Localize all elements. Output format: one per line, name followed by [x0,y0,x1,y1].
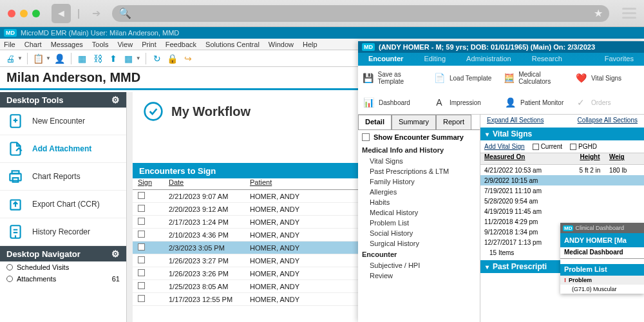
close-icon[interactable] [8,10,15,17]
minimize-icon[interactable] [20,10,28,17]
ribbon-dashboard[interactable]: 📊Dashboard [358,90,429,115]
ribbon-vital-signs[interactable]: ❤️Vital Signs [571,66,641,90]
nav-scheduled-visits[interactable]: Scheduled Visits [0,261,126,273]
checkbox-icon[interactable] [138,269,145,276]
add-vital-sign-link[interactable]: Add Vital Sign [484,143,525,150]
checkbox-icon[interactable] [362,133,370,141]
detail-tab-report[interactable]: Report [436,115,471,129]
menu-chart[interactable]: Chart [24,41,42,48]
sidebar-scrollbar[interactable] [126,92,133,322]
detail-tab-summary[interactable]: Summary [392,115,436,129]
vital-sign-row[interactable]: 4/19/2019 11:45 am [480,206,644,216]
ribbon-medical-calculators[interactable]: 🧮Medical Calculators [500,66,571,90]
mh-social-history[interactable]: Social History [358,228,480,238]
calendar-icon[interactable]: ▦ [76,52,89,65]
refresh-icon[interactable]: ↻ [151,52,164,65]
mh-medical-history[interactable]: Medical History [358,207,480,218]
url-bar[interactable]: 🔍 ★ [112,5,609,22]
nav-attachments[interactable]: Attachments61 [0,273,126,285]
tab-editing[interactable]: Editing [413,53,456,66]
checkbox-icon[interactable] [138,256,145,263]
menu-feedback[interactable]: Feedback [166,41,196,48]
tool-new-encounter[interactable]: New Encounter [0,108,126,135]
ribbon-patient-monitor[interactable]: 👤Patient Monitor [500,90,571,115]
mh-allergies[interactable]: Allergies [358,187,480,197]
menu-tools[interactable]: Tools [92,41,109,48]
vital-sign-row[interactable]: 7/19/2021 11:10 am [480,185,644,196]
alert-icon: ! [564,277,566,283]
ribbon-impression[interactable]: AImpression [429,90,500,115]
ribbon-load-template[interactable]: 📄Load Template [429,66,500,90]
lock-icon[interactable]: 🔒 [166,52,179,65]
upload-icon[interactable]: ⬆ [107,52,120,65]
tab-encounter[interactable]: Encounter [358,53,413,66]
pghd-checkbox[interactable]: PGHD [570,143,597,150]
ribbon-orders[interactable]: ✓Orders [571,90,641,115]
menu-file[interactable]: File [4,41,15,48]
patient-body: DetailSummaryReport Show Encounter Summa… [358,115,644,322]
detail-tab-detail[interactable]: Detail [358,115,392,129]
tool-export-chart-ccr-[interactable]: Export Chart (CCR) [0,191,126,218]
mh-past-prescriptions-ltm[interactable]: Past Prescriptions & LTM [358,166,480,176]
current-checkbox[interactable]: Current [533,143,562,150]
app-badge: MD [362,43,375,51]
checkbox-icon[interactable] [138,295,145,302]
tool-history-recorder[interactable]: History Recorder [0,218,126,246]
checkbox-icon[interactable] [138,243,145,251]
vital-sign-row[interactable]: 5/28/2020 9:54 am [480,196,644,206]
menu-messages[interactable]: Messages [51,41,83,48]
tool-icon [6,167,24,185]
forward-button[interactable]: ➔ [86,4,106,23]
vital-signs-section-header[interactable]: ▾ Vital Signs [480,128,644,140]
checkbox-icon[interactable] [138,218,145,225]
ribbon-icon: 🧮 [504,71,515,84]
checkbox-icon[interactable] [138,282,145,289]
mh-vital-signs[interactable]: Vital Signs [358,156,480,166]
menu-view[interactable]: View [117,41,133,48]
back-button[interactable]: ◄ [52,4,71,23]
detail-panel: DetailSummaryReport Show Encounter Summa… [358,115,480,322]
menu-icon[interactable] [622,8,636,19]
gear-icon[interactable]: ⚙ [111,249,120,259]
menu-solutions-central[interactable]: Solutions Central [205,41,260,48]
checkbox-icon[interactable] [138,205,145,212]
svg-rect-2 [12,171,19,173]
menu-help[interactable]: Help [303,41,317,48]
tab-favorites[interactable]: Favorites [594,53,644,66]
print-icon[interactable]: 🖨 [4,52,17,65]
tab-research[interactable]: Research [522,53,573,66]
doc-icon[interactable]: ▦ [122,52,135,65]
checkbox-icon[interactable] [138,192,145,199]
vital-sign-row[interactable]: 2/9/2022 10:15 am [480,175,644,185]
mh-problem-list[interactable]: Problem List [358,218,480,228]
mh-family-history[interactable]: Family History [358,176,480,187]
vital-sign-row[interactable]: 4/21/2022 10:53 am5 ft 2 in180 lb [480,165,644,175]
clipboard-icon[interactable]: 📋 [32,52,45,65]
ribbon-icon: ✓ [574,96,587,109]
collapse-all-link[interactable]: Collapse All Sections [578,117,638,126]
menu-window[interactable]: Window [269,41,294,48]
show-encounter-toggle[interactable]: Show Encounter Summary [358,130,480,144]
mh-habits[interactable]: Habits [358,197,480,207]
search-icon: 🔍 [118,7,131,19]
medical-dashboard-tab[interactable]: Medical Dashboard [560,247,644,259]
maximize-icon[interactable] [32,10,40,17]
enc-subjective-hpi[interactable]: Subjective / HPI [358,260,480,270]
expand-all-link[interactable]: Expand All Sections [487,117,544,126]
menu-print[interactable]: Print [142,41,156,48]
mh-surgical-history[interactable]: Surgical History [358,238,480,249]
problem-row[interactable]: (G71.0) Muscular [560,285,644,294]
user-icon[interactable]: 👤 [53,52,66,65]
logout-icon[interactable]: ↪ [182,52,194,65]
link-icon[interactable]: ⛓ [91,52,104,65]
star-icon[interactable]: ★ [594,7,603,19]
gear-icon[interactable]: ⚙ [111,95,120,105]
checkbox-icon[interactable] [138,231,145,238]
tool-add-attachment[interactable]: Add Attachment [0,135,126,163]
tool-chart-reports[interactable]: Chart Reports [0,163,126,191]
enc-review[interactable]: Review [358,270,480,281]
tab-administration[interactable]: Administration [456,53,522,66]
workflow-icon [143,101,164,122]
ribbon-save-as-template[interactable]: 💾Save as Template [358,66,429,90]
patient-title-bar: MD (ANDY HOMER - M; 59 yrs; DOB: 01/01/1… [358,41,644,53]
